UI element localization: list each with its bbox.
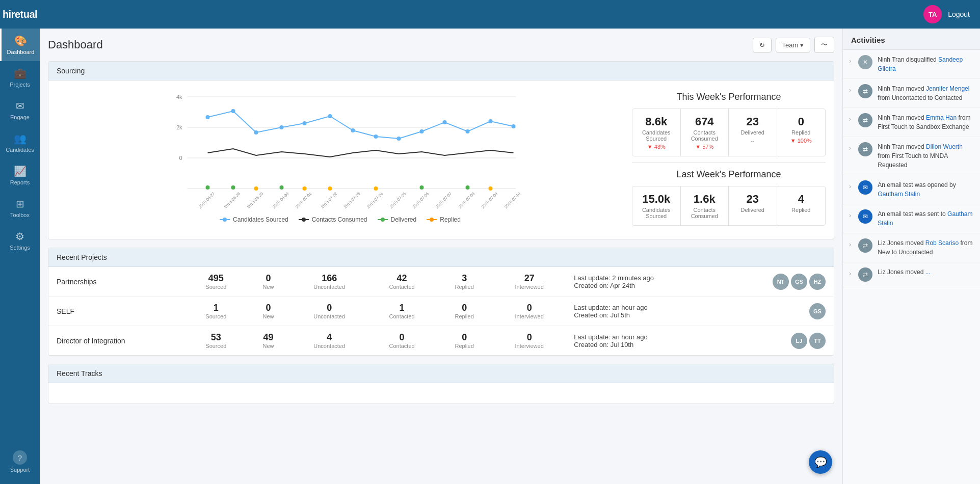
project-name: SELF xyxy=(57,307,74,315)
app-logo: hiretual xyxy=(3,9,37,20)
activity-link[interactable]: ... xyxy=(925,268,931,276)
chevron-right-icon: › xyxy=(849,57,851,65)
recent-tracks-card: Recent Tracks xyxy=(48,364,834,404)
reports-icon: 📈 xyxy=(14,165,27,177)
activity-item: › ⇄ Liz Jones moved ... xyxy=(843,262,980,287)
sidebar-item-label: Engage xyxy=(10,114,30,120)
last-week-replied: 4 Replied xyxy=(777,186,826,225)
sidebar-nav: 🎨 Dashboard 💼 Projects ✉ Engage 👥 Candid… xyxy=(0,29,40,444)
svg-point-18 xyxy=(466,129,470,133)
stat-new: 49 New xyxy=(246,326,290,356)
svg-point-20 xyxy=(512,124,516,128)
svg-text:4k: 4k xyxy=(176,94,182,100)
activity-item: › ⇄ Liz Jones moved Rob Scariso from New… xyxy=(843,233,980,262)
project-meta: Last update: an hour ago Created on: Jul… xyxy=(566,297,722,326)
chevron-right-icon: › xyxy=(849,144,851,152)
move-icon: ⇄ xyxy=(858,238,872,253)
stat-interviewed: 0 Interviewed xyxy=(493,326,566,356)
stat-sourced: 1 Sourced xyxy=(186,297,246,326)
this-week-contacts: 674 Contacts Consumed ▼ 57% xyxy=(681,109,729,156)
sidebar-item-reports[interactable]: 📈 Reports xyxy=(0,159,40,192)
stat-contacted: 1 Contacted xyxy=(368,297,436,326)
stat-interviewed: 27 Interviewed xyxy=(493,267,566,297)
sidebar-item-projects[interactable]: 💼 Projects xyxy=(0,61,40,94)
sidebar-item-toolbox[interactable]: ⊞ Toolbox xyxy=(0,192,40,224)
stat-contacted: 0 Contacted xyxy=(368,326,436,356)
svg-point-23 xyxy=(280,185,284,190)
project-meta: Last update: 2 minutes ago Created on: A… xyxy=(566,267,722,297)
sidebar-item-candidates[interactable]: 👥 Candidates xyxy=(0,126,40,159)
activity-link[interactable]: Jennifer Mengel xyxy=(926,85,969,92)
header-actions: ↻ Team ▾ 〜 xyxy=(753,37,834,53)
activity-link[interactable]: Rob Scariso xyxy=(925,239,959,247)
dashboard-icon: 🎨 xyxy=(14,35,27,47)
page-header: Dashboard ↻ Team ▾ 〜 xyxy=(48,37,834,53)
this-week-title: This Week's Performance xyxy=(632,92,826,102)
sidebar-bottom: ? Support xyxy=(0,444,40,484)
activities-panel: Activities › ✕ Ninh Tran disqualified Sa… xyxy=(842,29,980,484)
table-row[interactable]: Director of Integration 53 Sourced 49 Ne… xyxy=(48,326,834,356)
svg-point-26 xyxy=(254,186,258,191)
svg-point-17 xyxy=(443,120,447,124)
refresh-button[interactable]: ↻ xyxy=(753,38,772,52)
svg-text:2018-07-02: 2018-07-02 xyxy=(320,191,338,209)
team-dropdown-button[interactable]: Team ▾ xyxy=(776,38,810,52)
this-week-replied: 0 Replied ▼ 100% xyxy=(777,109,826,156)
recent-projects-header: Recent Projects xyxy=(48,248,834,267)
chevron-right-icon: › xyxy=(849,182,851,190)
performance-panel: This Week's Performance 8.6k Candidates … xyxy=(632,87,826,231)
top-navbar: hiretual TA Logout xyxy=(0,0,980,29)
chat-bubble[interactable]: 💬 xyxy=(809,450,832,474)
stat-uncontacted: 166 Uncontacted xyxy=(290,267,368,297)
stat-uncontacted: 4 Uncontacted xyxy=(290,326,368,356)
activity-text: An email test was sent to Gautham Stalin xyxy=(878,209,974,228)
activity-link[interactable]: Sandeep Gilotra xyxy=(878,56,963,72)
svg-text:2018-06-27: 2018-06-27 xyxy=(198,191,216,209)
svg-point-11 xyxy=(303,121,307,125)
svg-text:2018-06-29: 2018-06-29 xyxy=(246,191,264,209)
logout-button[interactable]: Logout xyxy=(948,10,970,18)
sidebar-item-dashboard[interactable]: 🎨 Dashboard xyxy=(0,29,40,61)
sidebar-item-engage[interactable]: ✉ Engage xyxy=(0,94,40,126)
chart-legend: Candidates Sourced Contacts Consumed Del… xyxy=(57,216,624,223)
activity-text: Ninh Tran moved Jennifer Mengel from Unc… xyxy=(878,84,974,102)
recent-tracks-header: Recent Tracks xyxy=(48,364,834,383)
svg-point-19 xyxy=(489,119,493,123)
table-row[interactable]: SELF 1 Sourced 0 New 0 Uncontacted 1 Con… xyxy=(48,297,834,326)
activity-item: › ✕ Ninh Tran disqualified Sandeep Gilot… xyxy=(843,50,980,79)
activity-link[interactable]: Emma Han xyxy=(926,114,957,121)
avatar: LJ xyxy=(791,333,807,349)
last-week-title: Last Week's Performance xyxy=(632,169,826,180)
sidebar-item-label: Toolbox xyxy=(10,212,30,218)
svg-point-22 xyxy=(231,185,235,190)
sidebar-item-support[interactable]: ? Support xyxy=(0,444,40,479)
svg-text:2018-07-04: 2018-07-04 xyxy=(366,191,384,209)
move-icon: ⇄ xyxy=(858,84,872,98)
activity-link[interactable]: Gautham Stalin xyxy=(878,210,972,227)
user-avatar[interactable]: TA xyxy=(923,5,942,23)
sidebar-item-settings[interactable]: ⚙ Settings xyxy=(0,224,40,257)
svg-point-21 xyxy=(206,185,210,190)
svg-text:2018-07-05: 2018-07-05 xyxy=(389,191,407,209)
sidebar: 🎨 Dashboard 💼 Projects ✉ Engage 👥 Candid… xyxy=(0,29,40,484)
svg-point-8 xyxy=(231,109,235,113)
perf-divider xyxy=(632,163,826,163)
chat-icon: 💬 xyxy=(814,456,827,468)
table-row[interactable]: Partnerships 495 Sourced 0 New 166 Uncon… xyxy=(48,267,834,297)
move-icon: ⇄ xyxy=(858,113,872,127)
svg-point-28 xyxy=(328,186,332,191)
stat-replied: 0 Replied xyxy=(436,326,493,356)
last-week-metrics: 15.0k Candidates Sourced 1.6k Contacts C… xyxy=(632,186,826,226)
svg-text:2018-07-09: 2018-07-09 xyxy=(481,191,499,209)
legend-candidates-sourced: Candidates Sourced xyxy=(220,216,288,223)
svg-point-30 xyxy=(489,186,493,191)
this-week-metrics: 8.6k Candidates Sourced ▼ 43% 674 Contac… xyxy=(632,109,826,156)
page-title: Dashboard xyxy=(48,38,753,51)
activity-toggle-button[interactable]: 〜 xyxy=(814,37,834,53)
activity-link[interactable]: Gautham Stalin xyxy=(878,191,920,198)
sidebar-item-label: Projects xyxy=(10,82,30,88)
sourcing-card: Sourcing 4k 2k 0 xyxy=(48,61,834,239)
activity-link[interactable]: Dillon Wuerth xyxy=(926,143,963,150)
team-label: Team ▾ xyxy=(782,41,804,49)
move-icon: ⇄ xyxy=(858,142,872,156)
